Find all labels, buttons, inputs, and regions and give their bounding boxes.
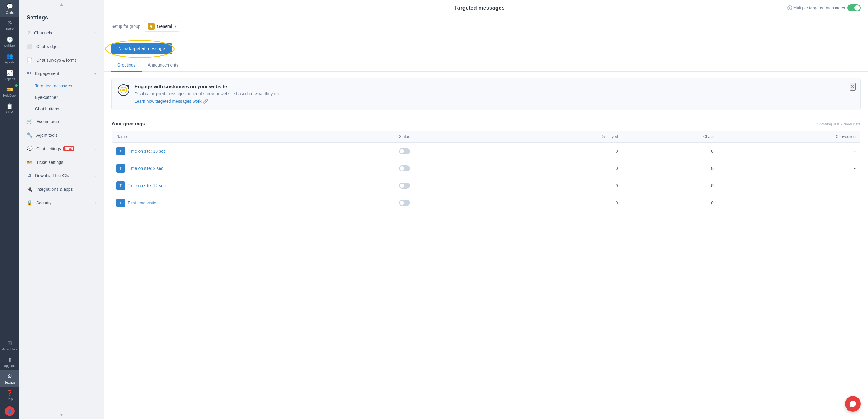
chats-2: 0 (623, 160, 718, 177)
displayed-1: 0 (494, 143, 623, 160)
sidebar-item-chat-buttons[interactable]: Chat buttons (19, 103, 104, 115)
header-right: i Multiple targeted messages (787, 4, 861, 11)
sidebar-item-targeted-messages[interactable]: Targeted messages ← (19, 80, 104, 92)
table-row: T Time on site: 10 sec 0 0 - (112, 143, 861, 160)
group-select-dropdown[interactable]: G General ▾ (144, 21, 180, 32)
chevron-down-icon: ∨ (94, 71, 96, 76)
chevron-right-icon: › (95, 119, 96, 124)
nav-item-agents[interactable]: 👥 Agents (0, 50, 19, 66)
sidebar-item-ecommerce[interactable]: 🛒 Ecommerce › (19, 115, 104, 128)
nav-item-helpdesk[interactable]: 🎫 HelpDesk (0, 83, 19, 100)
displayed-4: 0 (494, 194, 623, 212)
upgrade-icon: ⬆ (7, 356, 12, 363)
new-badge: NEW! (63, 146, 75, 151)
target-icon (118, 84, 130, 98)
sidebar-item-eye-catcher[interactable]: Eye-catcher (19, 92, 104, 103)
chevron-right-icon: › (95, 44, 96, 49)
sidebar-scroll-area[interactable]: ↗ Channels › ⬜ Chat widget › 📄 Chat surv… (19, 26, 104, 411)
conversion-1: - (718, 143, 861, 160)
main-content: Targeted messages i Multiple targeted me… (104, 0, 868, 419)
chevron-right-icon: › (95, 133, 96, 137)
greeting-toggle-2[interactable] (399, 166, 410, 171)
sidebar-item-engagement[interactable]: 👁 Engagement ∨ (19, 67, 104, 80)
nav-item-reports[interactable]: 📈 Reports (0, 66, 19, 83)
chevron-right-icon: › (95, 31, 96, 35)
greeting-link-1[interactable]: Time on site: 10 sec (128, 149, 166, 154)
settings-header: Settings (19, 8, 104, 26)
table-row: T Time on site: 2 sec 0 0 - (112, 160, 861, 177)
tab-greetings[interactable]: Greetings (111, 59, 142, 72)
svg-point-2 (122, 89, 125, 91)
greeting-toggle-1[interactable] (399, 148, 410, 154)
message-row-2: T Time on site: 2 sec (116, 164, 389, 173)
group-setup-bar: Setup for group G General ▾ (104, 16, 868, 37)
greeting-toggle-3[interactable] (399, 183, 410, 189)
main-header: Targeted messages i Multiple targeted me… (104, 0, 868, 16)
nav-item-traffic[interactable]: ◎ Traffic (0, 17, 19, 33)
info-banner-title: Engage with customers on your website (134, 84, 280, 89)
col-displayed: Displayed (494, 130, 623, 143)
sidebar-item-chat-surveys[interactable]: 📄 Chat surveys & forms › (19, 53, 104, 67)
greeting-link-4[interactable]: First-time visitor (128, 201, 158, 205)
engagement-submenu: Targeted messages ← Eye-catcher Chat but… (19, 80, 104, 115)
helpdesk-icon: 🎫 (6, 86, 13, 93)
chevron-right-icon: › (95, 160, 96, 164)
traffic-icon: ◎ (7, 20, 12, 26)
greeting-link-3[interactable]: Time on site: 12 sec (128, 183, 166, 188)
nav-item-chats[interactable]: 💬 Chats (0, 0, 19, 17)
group-avatar: G (148, 23, 155, 30)
greetings-table-body: T Time on site: 10 sec 0 0 - T (112, 143, 861, 212)
tab-announcements[interactable]: Announcements (142, 59, 184, 72)
nav-item-archives[interactable]: 🕐 Archives (0, 33, 19, 50)
sidebar-item-security[interactable]: 🔒 Security › (19, 196, 104, 210)
user-avatar[interactable]: 👤 (5, 406, 14, 416)
displayed-3: 0 (494, 177, 623, 194)
content-area: Setup for group G General ▾ New targeted… (104, 16, 868, 419)
marketplace-icon: ⊞ (7, 340, 12, 347)
chat-widget-icon: ⬜ (27, 43, 33, 49)
info-banner-content: Engage with customers on your website Di… (134, 84, 280, 104)
table-header: Name Status Displayed Chats Conversion (112, 130, 861, 143)
chats-4: 0 (623, 194, 718, 212)
conversion-4: - (718, 194, 861, 212)
message-row-3: T Time on site: 12 sec (116, 181, 389, 190)
nav-item-marketplace[interactable]: ⊞ Marketplace (0, 337, 19, 353)
info-banner-link[interactable]: Learn how targeted messages work 🔗 (134, 99, 208, 104)
greetings-table: Name Status Displayed Chats Conversion T… (111, 130, 861, 212)
chats-icon: 💬 (6, 3, 13, 10)
msg-type-icon: T (116, 199, 125, 207)
nav-item-settings[interactable]: ⚙ Settings (0, 370, 19, 387)
sidebar-item-chat-widget[interactable]: ⬜ Chat widget › (19, 39, 104, 53)
nav-item-help[interactable]: ❓ Help (0, 387, 19, 403)
agents-icon: 👥 (6, 53, 13, 60)
chat-settings-icon: 💬 (27, 146, 33, 151)
nav-item-crm[interactable]: 📋 CRM (0, 100, 19, 116)
sidebar-item-channels[interactable]: ↗ Channels › (19, 26, 104, 39)
greetings-section: Your greetings Showing last 7 days data … (111, 116, 861, 212)
engagement-icon: 👁 (27, 71, 31, 76)
col-chats: Chats (623, 130, 718, 143)
nav-item-upgrade[interactable]: ⬆ Upgrade (0, 353, 19, 370)
sidebar-item-download-livechat[interactable]: 🖥 Download LiveChat › (19, 169, 104, 182)
chevron-right-icon: › (95, 147, 96, 151)
info-banner: Engage with customers on your website Di… (111, 78, 861, 110)
chat-bubble-button[interactable] (845, 396, 861, 412)
col-conversion: Conversion (718, 130, 861, 143)
greeting-toggle-4[interactable] (399, 200, 410, 206)
new-targeted-message-button[interactable]: New targeted message (111, 43, 172, 54)
scroll-up-arrow[interactable]: ▲ (19, 0, 104, 8)
sidebar-item-integrations[interactable]: 🔌 Integrations & apps › (19, 182, 104, 196)
info-banner-close-button[interactable]: ✕ (850, 83, 856, 91)
col-status: Status (394, 130, 494, 143)
reports-icon: 📈 (6, 69, 13, 76)
scroll-down-arrow[interactable]: ▼ (19, 411, 104, 419)
conversion-2: - (718, 160, 861, 177)
new-targeted-message-wrapper: New targeted message (111, 43, 172, 54)
sidebar-item-agent-tools[interactable]: 🔧 Agent tools › (19, 128, 104, 142)
sidebar-item-ticket-settings[interactable]: 🎫 Ticket settings › (19, 155, 104, 169)
tabs-bar: Greetings Announcements (104, 59, 868, 72)
greeting-link-2[interactable]: Time on site: 2 sec (128, 166, 163, 171)
sidebar-item-chat-settings[interactable]: 💬 Chat settings NEW! › (19, 142, 104, 155)
icon-nav: 💬 Chats ◎ Traffic 🕐 Archives 👥 Agents 📈 … (0, 0, 19, 419)
multiple-targeted-messages-toggle[interactable] (847, 4, 861, 11)
